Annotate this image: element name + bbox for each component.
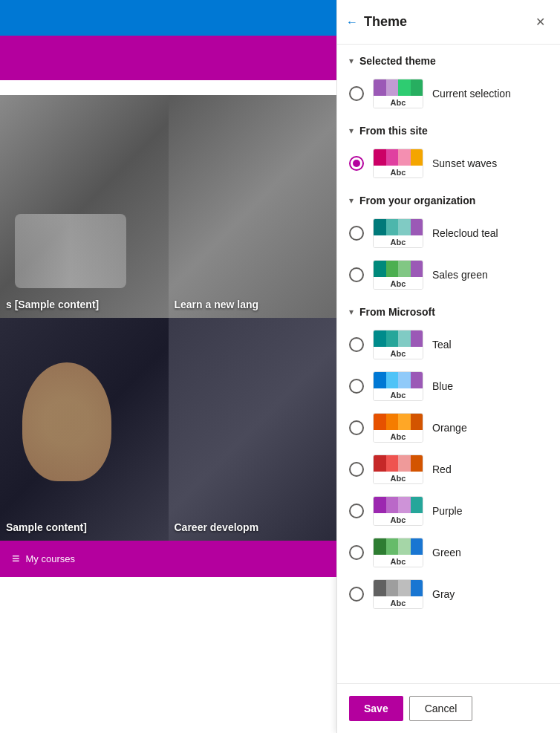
radio-gray[interactable]: [349, 587, 364, 602]
swatch-red: Abc: [373, 455, 423, 484]
grid-item-2[interactable]: Learn a new lang: [169, 95, 337, 318]
section-from-site[interactable]: ▾ From this site: [337, 114, 560, 143]
grid-item-4[interactable]: Career developm: [169, 318, 337, 541]
theme-sunset-label: Sunset waves: [432, 157, 497, 169]
swatch-gray-abc: Abc: [374, 596, 423, 609]
grid-item-3[interactable]: Sample content]: [0, 318, 169, 541]
theme-sales-green-label: Sales green: [432, 269, 488, 281]
grid-item-3-label: Sample content]: [6, 521, 87, 533]
swatch-sales-green-abc: Abc: [374, 277, 423, 290]
theme-content[interactable]: ▾ Selected theme Abc Current selection ▾…: [337, 45, 560, 683]
option-gray[interactable]: Abc Gray: [337, 573, 560, 615]
theme-teal-label: Teal: [432, 339, 452, 351]
section-selected-label: Selected theme: [359, 55, 436, 67]
swatch-teal-abc: Abc: [374, 347, 423, 359]
theme-relecloud-label: Relecloud teal: [432, 227, 498, 239]
grid-item-1[interactable]: s [Sample content]: [0, 95, 169, 318]
chevron-ms-icon: ▾: [349, 307, 354, 317]
radio-green[interactable]: [349, 545, 364, 560]
theme-red-label: Red: [432, 463, 452, 475]
top-bar: [0, 0, 336, 36]
swatch-sunset-abc: Abc: [374, 166, 423, 178]
section-from-microsoft[interactable]: ▾ From Microsoft: [337, 296, 560, 324]
theme-purple-label: Purple: [432, 505, 462, 517]
option-sales-green[interactable]: Abc Sales green: [337, 254, 560, 296]
cancel-button[interactable]: Cancel: [409, 696, 473, 721]
close-button[interactable]: ✕: [533, 12, 548, 32]
swatch-orange: Abc: [373, 413, 423, 443]
option-blue[interactable]: Abc Blue: [337, 365, 560, 407]
back-arrow-icon[interactable]: ←: [346, 16, 358, 29]
swatch-red-abc: Abc: [374, 472, 423, 484]
bottom-nav: ≡ My courses: [0, 541, 336, 577]
radio-red[interactable]: [349, 462, 364, 477]
theme-header-left: ← Theme: [346, 14, 407, 30]
image-grid: s [Sample content] Learn a new lang Samp…: [0, 95, 336, 541]
nav-courses-icon: ≡: [12, 551, 20, 567]
radio-relecloud[interactable]: [349, 226, 364, 241]
swatch-sales-green: Abc: [373, 260, 423, 290]
chevron-selected-icon: ▾: [349, 56, 354, 66]
left-panel: s [Sample content] Learn a new lang Samp…: [0, 0, 336, 733]
theme-footer: Save Cancel: [337, 683, 560, 733]
option-teal[interactable]: Abc Teal: [337, 324, 560, 365]
theme-gray-label: Gray: [432, 588, 455, 600]
swatch-orange-abc: Abc: [374, 430, 423, 443]
swatch-teal: Abc: [373, 330, 423, 359]
swatch-current: Abc: [373, 79, 423, 108]
radio-blue[interactable]: [349, 379, 364, 394]
swatch-blue-abc: Abc: [374, 388, 423, 401]
grid-item-4-label: Career developm: [175, 521, 259, 533]
section-from-org[interactable]: ▾ From your organization: [337, 184, 560, 212]
radio-purple[interactable]: [349, 504, 364, 518]
radio-sales-green[interactable]: [349, 267, 364, 282]
option-green[interactable]: Abc Green: [337, 532, 560, 573]
swatch-green-abc: Abc: [374, 555, 423, 567]
radio-orange[interactable]: [349, 420, 364, 435]
swatch-relecloud-abc: Abc: [374, 235, 423, 248]
option-purple[interactable]: Abc Purple: [337, 490, 560, 532]
section-ms-label: From Microsoft: [359, 306, 435, 318]
radio-sunset-waves[interactable]: [349, 156, 364, 171]
theme-title: Theme: [364, 14, 407, 30]
theme-green-label: Green: [432, 547, 461, 558]
theme-panel: ← Theme ✕ ▾ Selected theme Abc Current s…: [336, 0, 560, 733]
swatch-green: Abc: [373, 538, 423, 567]
bottom-nav-label[interactable]: My courses: [26, 553, 75, 564]
theme-orange-label: Orange: [432, 422, 467, 434]
section-site-label: From this site: [359, 125, 428, 137]
theme-current-label: Current selection: [432, 88, 511, 100]
option-current-selection[interactable]: Abc Current selection: [337, 73, 560, 114]
swatch-gray: Abc: [373, 579, 423, 609]
option-relecloud-teal[interactable]: Abc Relecloud teal: [337, 212, 560, 254]
chevron-org-icon: ▾: [349, 195, 354, 206]
swatch-relecloud: Abc: [373, 218, 423, 248]
pink-bar: [0, 36, 336, 80]
radio-teal[interactable]: [349, 337, 364, 352]
grid-item-2-label: Learn a new lang: [175, 299, 259, 310]
chevron-site-icon: ▾: [349, 126, 354, 136]
section-org-label: From your organization: [359, 195, 475, 206]
section-selected-theme[interactable]: ▾ Selected theme: [337, 45, 560, 73]
grid-item-1-label: s [Sample content]: [6, 299, 99, 310]
swatch-current-abc: Abc: [374, 96, 423, 108]
radio-current[interactable]: [349, 86, 364, 101]
option-red[interactable]: Abc Red: [337, 449, 560, 490]
swatch-sunset: Abc: [373, 149, 423, 178]
option-orange[interactable]: Abc Orange: [337, 407, 560, 449]
swatch-blue: Abc: [373, 371, 423, 401]
theme-blue-label: Blue: [432, 380, 453, 392]
swatch-purple: Abc: [373, 496, 423, 526]
white-bar: [0, 80, 336, 95]
option-sunset-waves[interactable]: Abc Sunset waves: [337, 143, 560, 184]
theme-header: ← Theme ✕: [337, 0, 560, 45]
save-button[interactable]: Save: [349, 696, 403, 721]
swatch-purple-abc: Abc: [374, 513, 423, 526]
